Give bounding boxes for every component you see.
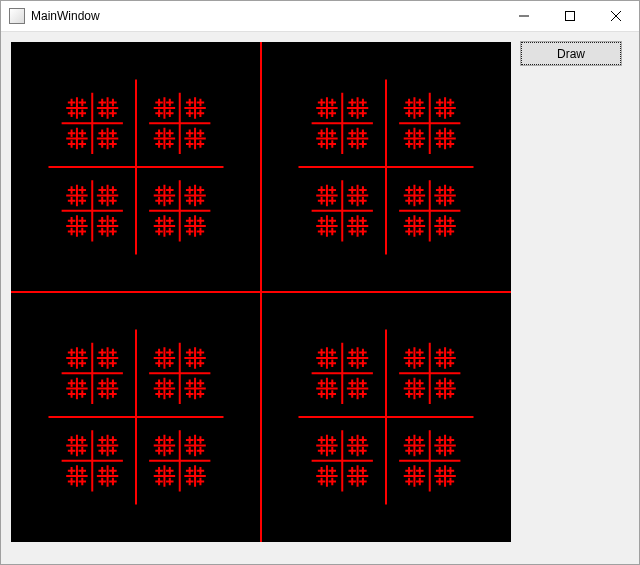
close-icon xyxy=(611,11,621,21)
close-button[interactable] xyxy=(593,1,639,31)
draw-button[interactable]: Draw xyxy=(521,42,621,65)
minimize-button[interactable] xyxy=(501,1,547,31)
draw-button-label: Draw xyxy=(557,47,585,61)
main-window: MainWindow Draw xyxy=(0,0,640,565)
minimize-icon xyxy=(519,11,529,21)
client-area: Draw xyxy=(1,32,639,564)
app-icon xyxy=(9,8,25,24)
maximize-icon xyxy=(565,11,575,21)
drawing-canvas-wrap xyxy=(11,42,511,542)
maximize-button[interactable] xyxy=(547,1,593,31)
side-panel: Draw xyxy=(521,42,629,65)
svg-rect-1 xyxy=(566,12,575,21)
window-title: MainWindow xyxy=(31,9,100,23)
titlebar[interactable]: MainWindow xyxy=(1,1,639,32)
drawing-canvas xyxy=(11,42,511,542)
